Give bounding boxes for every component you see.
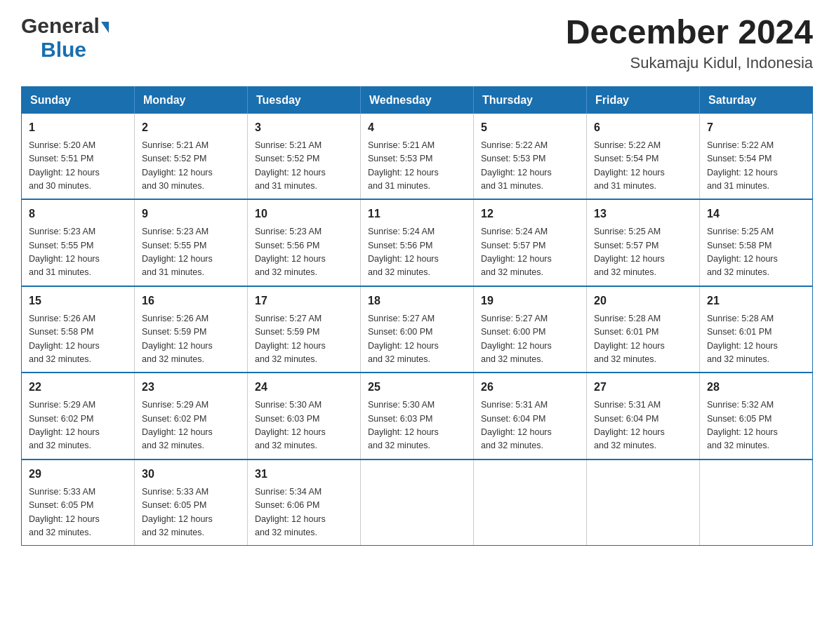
day-info: Sunrise: 5:25 AMSunset: 5:58 PMDaylight:… [707, 225, 805, 280]
day-number: 28 [707, 379, 805, 396]
day-info: Sunrise: 5:22 AMSunset: 5:53 PMDaylight:… [481, 139, 579, 194]
calendar-cell: 20Sunrise: 5:28 AMSunset: 6:01 PMDayligh… [587, 286, 700, 373]
calendar-cell [587, 459, 700, 546]
calendar-cell: 5Sunrise: 5:22 AMSunset: 5:53 PMDaylight… [474, 114, 587, 200]
day-info: Sunrise: 5:31 AMSunset: 6:04 PMDaylight:… [481, 398, 579, 453]
calendar-cell: 18Sunrise: 5:27 AMSunset: 6:00 PMDayligh… [361, 286, 474, 373]
logo-general-text: General [21, 14, 100, 38]
day-info: Sunrise: 5:27 AMSunset: 5:59 PMDaylight:… [255, 312, 353, 367]
calendar-cell: 29Sunrise: 5:33 AMSunset: 6:05 PMDayligh… [22, 459, 135, 546]
day-number: 12 [481, 206, 579, 222]
day-number: 26 [481, 379, 579, 396]
header-wednesday: Wednesday [361, 86, 474, 114]
day-info: Sunrise: 5:24 AMSunset: 5:56 PMDaylight:… [368, 225, 466, 280]
calendar-cell: 24Sunrise: 5:30 AMSunset: 6:03 PMDayligh… [248, 373, 361, 459]
calendar-week-row: 15Sunrise: 5:26 AMSunset: 5:58 PMDayligh… [22, 286, 813, 373]
day-info: Sunrise: 5:28 AMSunset: 6:01 PMDaylight:… [707, 312, 805, 367]
calendar-week-row: 8Sunrise: 5:23 AMSunset: 5:55 PMDaylight… [22, 199, 813, 286]
day-number: 9 [142, 206, 240, 222]
day-number: 4 [368, 119, 466, 136]
calendar-week-row: 1Sunrise: 5:20 AMSunset: 5:51 PMDaylight… [22, 114, 813, 200]
day-number: 11 [368, 206, 466, 222]
calendar-cell: 4Sunrise: 5:21 AMSunset: 5:53 PMDaylight… [361, 114, 474, 200]
header-friday: Friday [587, 86, 700, 114]
day-info: Sunrise: 5:25 AMSunset: 5:57 PMDaylight:… [594, 225, 692, 280]
calendar-cell: 2Sunrise: 5:21 AMSunset: 5:52 PMDaylight… [135, 114, 248, 200]
day-info: Sunrise: 5:20 AMSunset: 5:51 PMDaylight:… [29, 139, 127, 194]
day-number: 25 [368, 379, 466, 396]
day-number: 15 [29, 293, 127, 309]
day-number: 13 [594, 206, 692, 222]
day-info: Sunrise: 5:29 AMSunset: 6:02 PMDaylight:… [29, 398, 127, 453]
day-number: 8 [29, 206, 127, 222]
day-info: Sunrise: 5:34 AMSunset: 6:06 PMDaylight:… [255, 485, 353, 540]
calendar-cell: 10Sunrise: 5:23 AMSunset: 5:56 PMDayligh… [248, 199, 361, 286]
day-number: 14 [707, 206, 805, 222]
day-info: Sunrise: 5:33 AMSunset: 6:05 PMDaylight:… [29, 485, 127, 540]
day-number: 10 [255, 206, 353, 222]
day-info: Sunrise: 5:21 AMSunset: 5:52 PMDaylight:… [255, 139, 353, 194]
day-info: Sunrise: 5:23 AMSunset: 5:55 PMDaylight:… [29, 225, 127, 280]
calendar-cell: 6Sunrise: 5:22 AMSunset: 5:54 PMDaylight… [587, 114, 700, 200]
header-thursday: Thursday [474, 86, 587, 114]
calendar-cell: 25Sunrise: 5:30 AMSunset: 6:03 PMDayligh… [361, 373, 474, 459]
calendar-cell: 7Sunrise: 5:22 AMSunset: 5:54 PMDaylight… [700, 114, 813, 200]
day-number: 22 [29, 379, 127, 396]
day-number: 21 [707, 293, 805, 309]
calendar-cell: 3Sunrise: 5:21 AMSunset: 5:52 PMDaylight… [248, 114, 361, 200]
header-sunday: Sunday [22, 86, 135, 114]
day-number: 30 [142, 466, 240, 483]
calendar-week-row: 29Sunrise: 5:33 AMSunset: 6:05 PMDayligh… [22, 459, 813, 546]
day-info: Sunrise: 5:32 AMSunset: 6:05 PMDaylight:… [707, 398, 805, 453]
day-info: Sunrise: 5:29 AMSunset: 6:02 PMDaylight:… [142, 398, 240, 453]
calendar-cell [700, 459, 813, 546]
title-section: December 2024 Sukamaju Kidul, Indonesia [566, 14, 813, 72]
day-number: 24 [255, 379, 353, 396]
calendar-cell: 1Sunrise: 5:20 AMSunset: 5:51 PMDaylight… [22, 114, 135, 200]
header-monday: Monday [135, 86, 248, 114]
day-info: Sunrise: 5:21 AMSunset: 5:53 PMDaylight:… [368, 139, 466, 194]
day-number: 31 [255, 466, 353, 483]
day-number: 16 [142, 293, 240, 309]
day-info: Sunrise: 5:23 AMSunset: 5:56 PMDaylight:… [255, 225, 353, 280]
calendar-cell: 8Sunrise: 5:23 AMSunset: 5:55 PMDaylight… [22, 199, 135, 286]
calendar-cell: 23Sunrise: 5:29 AMSunset: 6:02 PMDayligh… [135, 373, 248, 459]
logo-blue-text: Blue [41, 38, 86, 61]
location-title: Sukamaju Kidul, Indonesia [566, 54, 813, 72]
day-info: Sunrise: 5:28 AMSunset: 6:01 PMDaylight:… [594, 312, 692, 367]
day-number: 1 [29, 119, 127, 136]
calendar-cell: 15Sunrise: 5:26 AMSunset: 5:58 PMDayligh… [22, 286, 135, 373]
calendar-cell: 28Sunrise: 5:32 AMSunset: 6:05 PMDayligh… [700, 373, 813, 459]
day-info: Sunrise: 5:30 AMSunset: 6:03 PMDaylight:… [255, 398, 353, 453]
calendar-week-row: 22Sunrise: 5:29 AMSunset: 6:02 PMDayligh… [22, 373, 813, 459]
page-header: General Blue December 2024 Sukamaju Kidu… [21, 14, 813, 72]
header-tuesday: Tuesday [248, 86, 361, 114]
day-number: 5 [481, 119, 579, 136]
day-number: 20 [594, 293, 692, 309]
calendar-cell: 21Sunrise: 5:28 AMSunset: 6:01 PMDayligh… [700, 286, 813, 373]
day-info: Sunrise: 5:26 AMSunset: 5:59 PMDaylight:… [142, 312, 240, 367]
calendar-table: Sunday Monday Tuesday Wednesday Thursday… [21, 86, 813, 546]
day-number: 17 [255, 293, 353, 309]
day-number: 2 [142, 119, 240, 136]
weekday-header-row: Sunday Monday Tuesday Wednesday Thursday… [22, 86, 813, 114]
calendar-cell: 9Sunrise: 5:23 AMSunset: 5:55 PMDaylight… [135, 199, 248, 286]
month-title: December 2024 [566, 14, 813, 51]
day-info: Sunrise: 5:27 AMSunset: 6:00 PMDaylight:… [368, 312, 466, 367]
day-number: 23 [142, 379, 240, 396]
header-saturday: Saturday [700, 86, 813, 114]
day-info: Sunrise: 5:23 AMSunset: 5:55 PMDaylight:… [142, 225, 240, 280]
calendar-cell: 30Sunrise: 5:33 AMSunset: 6:05 PMDayligh… [135, 459, 248, 546]
day-info: Sunrise: 5:21 AMSunset: 5:52 PMDaylight:… [142, 139, 240, 194]
calendar-cell: 16Sunrise: 5:26 AMSunset: 5:59 PMDayligh… [135, 286, 248, 373]
calendar-cell: 12Sunrise: 5:24 AMSunset: 5:57 PMDayligh… [474, 199, 587, 286]
calendar-cell: 13Sunrise: 5:25 AMSunset: 5:57 PMDayligh… [587, 199, 700, 286]
day-number: 6 [594, 119, 692, 136]
day-number: 27 [594, 379, 692, 396]
day-number: 7 [707, 119, 805, 136]
day-number: 18 [368, 293, 466, 309]
calendar-cell [474, 459, 587, 546]
day-info: Sunrise: 5:27 AMSunset: 6:00 PMDaylight:… [481, 312, 579, 367]
day-info: Sunrise: 5:31 AMSunset: 6:04 PMDaylight:… [594, 398, 692, 453]
day-info: Sunrise: 5:33 AMSunset: 6:05 PMDaylight:… [142, 485, 240, 540]
